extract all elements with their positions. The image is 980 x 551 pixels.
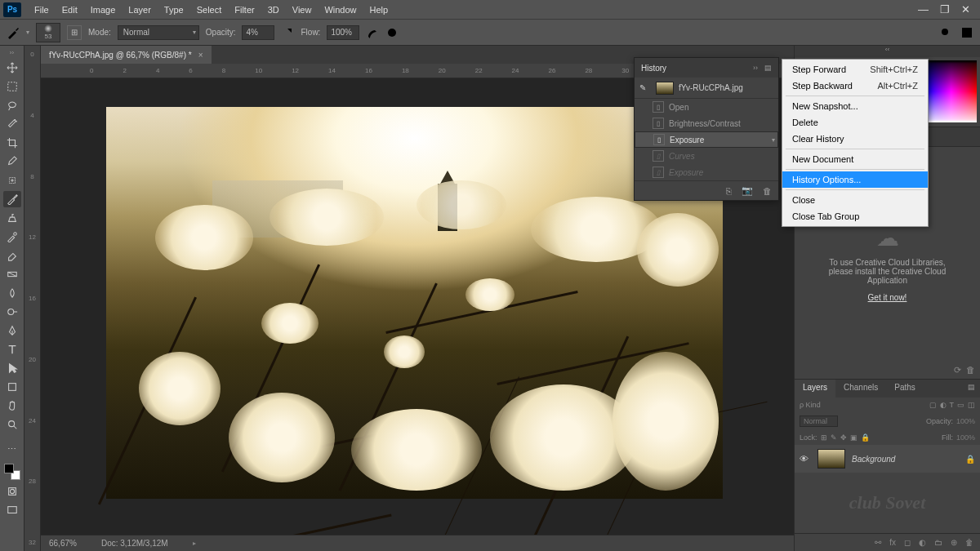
fill-value[interactable]: 100% bbox=[956, 433, 975, 442]
history-step-exposure-2[interactable]: ▯Exposure bbox=[635, 164, 778, 180]
dock-collapse-icon[interactable]: ‹‹ bbox=[795, 46, 980, 57]
filter-adjust-icon[interactable]: ◐ bbox=[940, 401, 947, 409]
ctx-close[interactable]: Close bbox=[782, 192, 928, 208]
marquee-tool[interactable] bbox=[3, 78, 21, 95]
doc-info-dropdown-icon[interactable]: ▸ bbox=[193, 540, 196, 547]
foreground-background-colors[interactable] bbox=[3, 463, 21, 481]
ctx-step-forward[interactable]: Step ForwardShift+Ctrl+Z bbox=[782, 61, 928, 78]
lock-position-icon[interactable]: ✥ bbox=[840, 433, 847, 442]
ctx-new-snapshot[interactable]: New Snapshot... bbox=[782, 98, 928, 114]
ctx-close-tab-group[interactable]: Close Tab Group bbox=[782, 208, 928, 224]
new-snapshot-icon[interactable]: 📷 bbox=[742, 185, 753, 196]
history-step-open[interactable]: ▯Open bbox=[635, 99, 778, 115]
crop-tool[interactable] bbox=[3, 135, 21, 151]
ctx-delete[interactable]: Delete bbox=[782, 114, 928, 131]
layer-row-background[interactable]: 👁 Background 🔒 bbox=[795, 445, 980, 473]
workspace-switcher-icon[interactable] bbox=[960, 26, 973, 39]
filter-image-icon[interactable]: ▢ bbox=[929, 401, 937, 409]
menu-edit[interactable]: Edit bbox=[56, 2, 84, 18]
layer-lock-icon[interactable]: 🔒 bbox=[965, 455, 975, 464]
screen-mode-icon[interactable] bbox=[3, 502, 21, 518]
window-restore-icon[interactable]: ❐ bbox=[940, 3, 950, 16]
tab-layers[interactable]: Layers bbox=[795, 380, 835, 398]
edit-toolbar-icon[interactable]: ⋯ bbox=[3, 441, 21, 457]
layer-visibility-icon[interactable]: 👁 bbox=[800, 454, 811, 464]
lock-pixels-icon[interactable]: ⊞ bbox=[821, 433, 827, 442]
history-collapse-icon[interactable]: ›› bbox=[753, 64, 758, 72]
menu-view[interactable]: View bbox=[286, 2, 318, 18]
ctx-history-options[interactable]: History Options... bbox=[782, 171, 928, 188]
magic-wand-tool[interactable] bbox=[3, 116, 21, 132]
delete-state-icon[interactable]: 🗑 bbox=[763, 186, 772, 196]
layer-opacity-value[interactable]: 100% bbox=[956, 417, 975, 425]
menu-filter[interactable]: Filter bbox=[228, 2, 261, 18]
dodge-tool[interactable] bbox=[3, 304, 21, 320]
new-doc-from-state-icon[interactable]: ⎘ bbox=[726, 186, 732, 196]
brush-tool[interactable] bbox=[3, 191, 21, 207]
lock-artboard-icon[interactable]: ▣ bbox=[850, 433, 858, 442]
filter-type-icon[interactable]: T bbox=[950, 401, 955, 409]
type-tool[interactable] bbox=[3, 341, 21, 358]
brush-preset-picker[interactable]: 53 bbox=[36, 23, 60, 42]
search-icon[interactable] bbox=[939, 26, 952, 39]
menu-select[interactable]: Select bbox=[190, 2, 229, 18]
lock-all-icon[interactable]: 🔒 bbox=[861, 433, 870, 442]
link-layers-icon[interactable]: ⚯ bbox=[875, 538, 881, 547]
layer-group-icon[interactable]: 🗀 bbox=[934, 538, 942, 547]
menu-help[interactable]: Help bbox=[363, 2, 395, 18]
shape-tool[interactable] bbox=[3, 379, 21, 395]
layer-fx-icon[interactable]: fx bbox=[889, 538, 896, 547]
tab-paths[interactable]: Paths bbox=[886, 380, 924, 398]
adjustment-layer-icon[interactable]: ◐ bbox=[919, 538, 926, 547]
layer-filter-kind[interactable]: ρ Kind bbox=[800, 401, 821, 409]
document-tab[interactable]: fYv-RUcCPhA.jpg @ 66,7% (RGB/8#) * × bbox=[41, 46, 212, 64]
menu-image[interactable]: Image bbox=[84, 2, 122, 18]
ctx-clear-history[interactable]: Clear History bbox=[782, 131, 928, 147]
history-brush-tool[interactable] bbox=[3, 229, 21, 245]
window-minimize-icon[interactable]: — bbox=[918, 3, 929, 16]
eyedropper-tool[interactable] bbox=[3, 153, 21, 170]
delete-layer-icon[interactable]: 🗑 bbox=[965, 538, 973, 547]
eraser-tool[interactable] bbox=[3, 247, 21, 264]
menu-window[interactable]: Window bbox=[318, 2, 363, 18]
menu-file[interactable]: File bbox=[28, 2, 56, 18]
brush-dropdown-icon[interactable]: ▾ bbox=[26, 29, 29, 36]
history-step-brightness[interactable]: ▯Brightness/Contrast bbox=[635, 115, 778, 131]
menu-layer[interactable]: Layer bbox=[122, 2, 158, 18]
brush-panel-toggle-icon[interactable]: ⊞ bbox=[67, 25, 82, 40]
opacity-input[interactable]: 4% bbox=[242, 25, 274, 40]
tab-channels[interactable]: Channels bbox=[835, 380, 886, 398]
lib-sync-icon[interactable]: ⟳ bbox=[954, 365, 961, 375]
new-layer-icon[interactable]: ⊕ bbox=[951, 538, 957, 547]
layer-thumbnail[interactable] bbox=[817, 449, 845, 469]
blend-mode-select[interactable]: Normal bbox=[118, 25, 199, 40]
history-step-exposure-1[interactable]: ▯Exposure bbox=[635, 131, 778, 148]
opacity-pressure-icon[interactable] bbox=[281, 26, 294, 39]
filter-shape-icon[interactable]: ▭ bbox=[957, 401, 964, 409]
zoom-tool[interactable] bbox=[3, 416, 21, 433]
menu-type[interactable]: Type bbox=[158, 2, 190, 18]
ctx-step-backward[interactable]: Step BackwardAlt+Ctrl+Z bbox=[782, 78, 928, 94]
filter-smart-icon[interactable]: ◫ bbox=[968, 401, 975, 409]
history-step-curves[interactable]: ▯Curves bbox=[635, 148, 778, 164]
zoom-level[interactable]: 66,67% bbox=[49, 539, 77, 548]
spot-heal-tool[interactable] bbox=[3, 172, 21, 189]
layer-name[interactable]: Background bbox=[852, 455, 895, 464]
history-source-row[interactable]: ✎ fYv-RUcCPhA.jpg bbox=[635, 78, 778, 99]
menu-3d[interactable]: 3D bbox=[261, 2, 286, 18]
quick-mask-icon[interactable] bbox=[3, 483, 21, 500]
panel-menu-icon[interactable]: ▤ bbox=[963, 380, 980, 398]
airbrush-icon[interactable] bbox=[366, 26, 379, 39]
tools-expand-icon[interactable]: ›› bbox=[10, 49, 14, 57]
history-menu-icon[interactable]: ▤ bbox=[764, 64, 772, 72]
pressure-size-icon[interactable] bbox=[385, 26, 399, 39]
pen-tool[interactable] bbox=[3, 322, 21, 339]
blur-tool[interactable] bbox=[3, 285, 21, 301]
tab-close-icon[interactable]: × bbox=[198, 51, 203, 60]
lasso-tool[interactable] bbox=[3, 97, 21, 113]
ctx-new-document[interactable]: New Document bbox=[782, 151, 928, 167]
doc-info[interactable]: Doc: 3,12M/3,12M bbox=[101, 539, 168, 548]
window-close-icon[interactable]: ✕ bbox=[961, 3, 970, 16]
layer-mask-icon[interactable]: ◻ bbox=[904, 538, 911, 547]
clone-stamp-tool[interactable] bbox=[3, 210, 21, 226]
